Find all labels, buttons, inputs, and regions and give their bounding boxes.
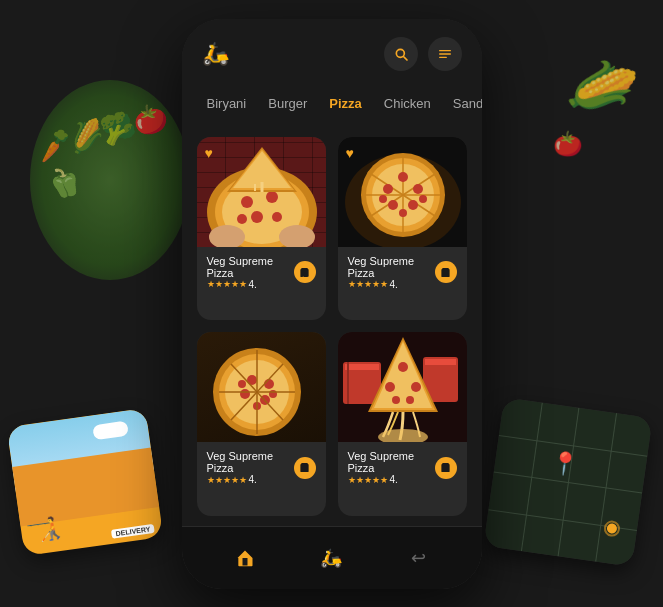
food-image-3 bbox=[338, 332, 467, 442]
bg-delivery-card: 🏙️ 🧑‍🦯 DELIVERY bbox=[7, 408, 164, 556]
food-rating-0: ★★★★★ 4. bbox=[207, 279, 289, 290]
svg-point-29 bbox=[383, 184, 393, 194]
svg-point-18 bbox=[303, 276, 304, 277]
bottom-navigation: 🛵 ↩ bbox=[182, 526, 482, 589]
add-to-cart-1[interactable] bbox=[435, 261, 457, 283]
svg-rect-0 bbox=[439, 50, 451, 51]
food-image-1: ♥ bbox=[338, 137, 467, 247]
svg-rect-2 bbox=[439, 56, 447, 57]
category-chicken[interactable]: Chicken bbox=[374, 91, 441, 116]
nav-back[interactable]: ↩ bbox=[399, 539, 437, 577]
food-info-3: Veg Supreme Pizza ★★★★★ 4. bbox=[338, 442, 467, 493]
food-info-2: Veg Supreme Pizza ★★★★★ 4. bbox=[197, 442, 326, 493]
svg-point-31 bbox=[388, 200, 398, 210]
bg-map-card: 📍 bbox=[483, 397, 652, 566]
svg-rect-52 bbox=[347, 362, 349, 404]
svg-rect-51 bbox=[345, 364, 379, 370]
bg-tomato-decoration: 🍅 bbox=[553, 130, 583, 158]
food-image-0: ♥ bbox=[197, 137, 326, 247]
svg-point-40 bbox=[264, 379, 274, 389]
search-icon bbox=[393, 46, 409, 62]
menu-button[interactable] bbox=[428, 37, 462, 71]
svg-point-32 bbox=[408, 200, 418, 210]
svg-point-30 bbox=[413, 184, 423, 194]
home-icon bbox=[235, 548, 255, 568]
food-info-0: Veg Supreme Pizza ★★★★★ 4. bbox=[197, 247, 326, 298]
food-rating-2: ★★★★★ 4. bbox=[207, 474, 289, 485]
food-info-1: Veg Supreme Pizza ★★★★★ 4. bbox=[338, 247, 467, 298]
food-card-2[interactable]: Veg Supreme Pizza ★★★★★ 4. bbox=[197, 332, 326, 516]
food-name-0: Veg Supreme Pizza bbox=[207, 255, 289, 279]
food-image-2 bbox=[197, 332, 326, 442]
cart-icon-0 bbox=[299, 267, 310, 278]
category-bar: Biryani Burger Pizza Chicken Sand ; bbox=[182, 81, 482, 127]
app-header: 🛵 bbox=[182, 19, 482, 81]
add-to-cart-2[interactable] bbox=[294, 457, 316, 479]
svg-point-45 bbox=[269, 390, 277, 398]
menu-icon bbox=[437, 46, 453, 62]
pizza-svg-3 bbox=[338, 332, 467, 442]
svg-point-35 bbox=[419, 195, 427, 203]
svg-point-33 bbox=[399, 209, 407, 217]
delivery-icon: 🛵 bbox=[320, 547, 342, 569]
cart-icon-1 bbox=[440, 267, 451, 278]
svg-point-28 bbox=[398, 172, 408, 182]
bg-vegetables-decoration bbox=[30, 80, 190, 280]
category-pizza[interactable]: Pizza bbox=[319, 91, 372, 116]
bg-corn-decoration: 🌽 bbox=[563, 51, 641, 127]
cart-icon-3 bbox=[440, 462, 451, 473]
food-card-1[interactable]: ♥ bbox=[338, 137, 467, 321]
svg-point-58 bbox=[398, 362, 408, 372]
svg-point-8 bbox=[251, 211, 263, 223]
svg-point-41 bbox=[240, 389, 250, 399]
phone-frame: 🛵 Biryani Burger Pi bbox=[182, 19, 482, 589]
favorite-badge-1: ♥ bbox=[346, 145, 354, 161]
svg-point-34 bbox=[379, 195, 387, 203]
food-name-3: Veg Supreme Pizza bbox=[348, 450, 430, 474]
pizza-svg-2 bbox=[197, 332, 326, 442]
category-burger[interactable]: Burger bbox=[258, 91, 317, 116]
svg-rect-54 bbox=[425, 359, 456, 365]
svg-point-6 bbox=[241, 196, 253, 208]
svg-point-61 bbox=[392, 396, 400, 404]
svg-point-60 bbox=[411, 382, 421, 392]
cart-icon-2 bbox=[299, 462, 310, 473]
svg-point-19 bbox=[308, 276, 309, 277]
header-actions bbox=[384, 37, 462, 71]
back-icon: ↩ bbox=[411, 547, 426, 569]
svg-point-59 bbox=[385, 382, 395, 392]
svg-point-62 bbox=[406, 396, 414, 404]
add-to-cart-3[interactable] bbox=[435, 457, 457, 479]
add-to-cart-0[interactable] bbox=[294, 261, 316, 283]
search-button[interactable] bbox=[384, 37, 418, 71]
category-sandwich[interactable]: Sand ; bbox=[443, 91, 482, 116]
phone-screen: 🛵 Biryani Burger Pi bbox=[182, 19, 482, 589]
app-logo-icon: 🛵 bbox=[202, 41, 229, 67]
svg-point-9 bbox=[272, 212, 282, 222]
svg-point-10 bbox=[237, 214, 247, 224]
food-rating-1: ★★★★★ 4. bbox=[348, 279, 430, 290]
food-rating-3: ★★★★★ 4. bbox=[348, 474, 430, 485]
food-grid: ♥ bbox=[182, 127, 482, 526]
pizza-svg-0 bbox=[197, 137, 326, 247]
nav-delivery[interactable]: 🛵 bbox=[312, 539, 350, 577]
svg-point-7 bbox=[266, 191, 278, 203]
svg-point-44 bbox=[238, 380, 246, 388]
pizza-svg-1 bbox=[338, 137, 467, 247]
food-name-2: Veg Supreme Pizza bbox=[207, 450, 289, 474]
svg-rect-1 bbox=[439, 53, 451, 54]
food-card-3[interactable]: Veg Supreme Pizza ★★★★★ 4. bbox=[338, 332, 467, 516]
food-card-0[interactable]: ♥ bbox=[197, 137, 326, 321]
nav-home[interactable] bbox=[226, 539, 264, 577]
food-name-1: Veg Supreme Pizza bbox=[348, 255, 430, 279]
category-biryani[interactable]: Biryani bbox=[197, 91, 257, 116]
favorite-badge-0: ♥ bbox=[205, 145, 213, 161]
